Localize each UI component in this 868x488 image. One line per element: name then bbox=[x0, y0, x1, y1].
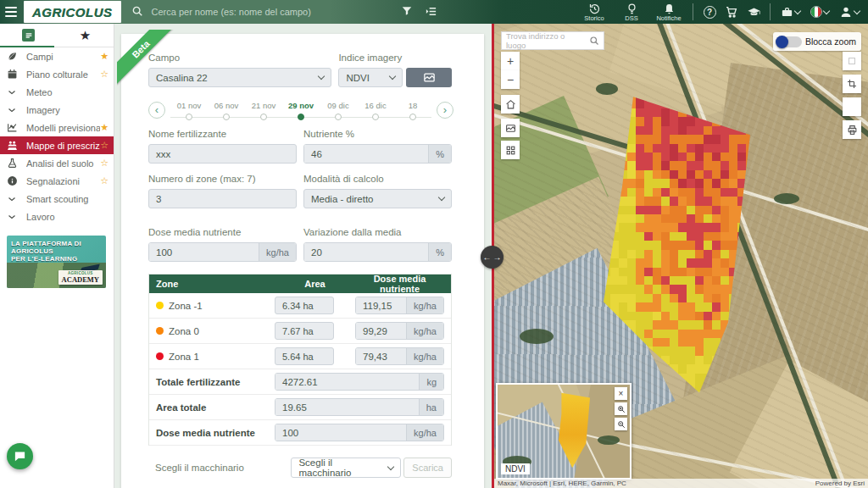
chevron-down-icon bbox=[7, 86, 19, 98]
cart-button[interactable] bbox=[721, 5, 743, 19]
timeline-date-21-nov[interactable]: 21 nov bbox=[245, 101, 282, 120]
tab-fields[interactable] bbox=[0, 29, 57, 42]
timeline-dot[interactable] bbox=[260, 114, 267, 120]
star-filled-icon[interactable]: ★ bbox=[100, 122, 108, 133]
star-outline-icon[interactable]: ☆ bbox=[100, 69, 108, 80]
zone-area-input[interactable]: 7.67 ha bbox=[275, 322, 334, 340]
timeline-dot[interactable] bbox=[298, 114, 304, 120]
question-icon: ? bbox=[704, 6, 716, 19]
academy-banner[interactable]: LA PIATTAFORMA DI AGRICOLUSPER L'E-LEARN… bbox=[7, 236, 106, 288]
print-button[interactable] bbox=[843, 120, 861, 139]
star-outline-icon[interactable]: ☆ bbox=[100, 158, 108, 169]
layers-panel-icon[interactable] bbox=[425, 5, 438, 19]
zone-area-input[interactable]: 6.34 ha bbox=[275, 297, 334, 314]
timeline-dot[interactable] bbox=[409, 114, 416, 120]
zone-area-input[interactable]: 5.64 ha bbox=[275, 347, 334, 365]
download-button[interactable]: Scarica bbox=[403, 458, 452, 478]
zone-dose-input[interactable]: 119,15 bbox=[356, 297, 406, 313]
map-view[interactable]: Trova indirizzo o luogo + − Blocca zoom … bbox=[494, 24, 868, 488]
machine-select[interactable]: Scegli il macchinario bbox=[291, 458, 401, 478]
chat-button[interactable] bbox=[7, 443, 33, 469]
sidebar-item-lavoro[interactable]: Lavoro bbox=[0, 208, 114, 225]
help-button[interactable]: ? bbox=[698, 6, 721, 19]
campo-select[interactable]: Casalina 22 bbox=[148, 68, 331, 87]
sidebar-item-smart-scouting[interactable]: Smart scouting bbox=[0, 190, 114, 208]
sidebar-item-campi[interactable]: Campi★ bbox=[0, 47, 114, 65]
nutrient-input[interactable]: 46 bbox=[304, 145, 428, 163]
panel-resize-handle[interactable]: ← → bbox=[481, 246, 504, 269]
sidebar-item-label: Campi bbox=[26, 52, 100, 62]
timeline-date-01-nov[interactable]: 01 nov bbox=[170, 101, 208, 120]
calc-mode-select[interactable]: Media - diretto bbox=[303, 189, 452, 208]
zones-count-input[interactable]: 3 bbox=[148, 189, 297, 208]
sidebar-item-segnalazioni[interactable]: Segnalazioni☆ bbox=[0, 172, 114, 190]
app-logo[interactable]: AGRICOLUS bbox=[24, 1, 121, 23]
crop-tool-button[interactable] bbox=[843, 75, 861, 93]
variazione-input[interactable]: 20 bbox=[304, 243, 428, 261]
indice-select[interactable]: NDVI bbox=[338, 68, 403, 87]
map-search-placeholder: Trova indirizzo o luogo bbox=[506, 31, 586, 50]
timeline-dot[interactable] bbox=[223, 114, 230, 120]
timeline-date-06-nov[interactable]: 06 nov bbox=[208, 101, 245, 120]
basemap-button[interactable] bbox=[501, 119, 520, 137]
lock-zoom-toggle[interactable]: Blocca zoom bbox=[773, 32, 861, 51]
notifications-button[interactable]: Notifiche bbox=[650, 3, 687, 22]
timeline-date-16-dic[interactable]: 16 dic bbox=[357, 101, 394, 120]
dss-button[interactable]: DSS bbox=[613, 3, 650, 22]
star-outline-icon[interactable]: ☆ bbox=[100, 140, 108, 151]
workspace-menu[interactable] bbox=[781, 6, 800, 19]
bulb-icon bbox=[626, 3, 638, 15]
home-extent-button[interactable] bbox=[501, 95, 520, 114]
star-outline-icon[interactable]: ☆ bbox=[100, 175, 108, 186]
language-menu[interactable] bbox=[810, 6, 829, 18]
zone-dose-input[interactable]: 79,43 bbox=[356, 348, 406, 364]
chevron-down-icon bbox=[438, 194, 445, 201]
timeline-dot[interactable] bbox=[335, 114, 342, 120]
star-filled-icon[interactable]: ★ bbox=[100, 51, 108, 62]
sidebar-item-analisi-del-suolo[interactable]: Analisi del suolo☆ bbox=[0, 154, 114, 172]
map-attribution: Maxar, Microsoft | Esri, HERE, Garmin, P… bbox=[494, 479, 868, 488]
dose-media-input[interactable]: 100 bbox=[149, 243, 259, 261]
imagery-compare-button[interactable] bbox=[406, 68, 452, 87]
timeline-dot[interactable] bbox=[372, 114, 379, 120]
extent-tool-button[interactable] bbox=[843, 52, 861, 70]
academy-button[interactable] bbox=[743, 5, 765, 19]
minimap-close-button[interactable]: × bbox=[615, 387, 627, 400]
zoom-out-button[interactable]: − bbox=[501, 70, 520, 89]
chevron-down-icon bbox=[318, 73, 325, 80]
grid-view-button[interactable] bbox=[501, 141, 520, 159]
map-search-box[interactable]: Trova indirizzo o luogo bbox=[501, 31, 604, 50]
global-search[interactable]: Cerca per nome (es: nome del campo) bbox=[131, 5, 343, 19]
total-value-input[interactable]: 100 bbox=[275, 424, 406, 441]
zone-dose-unit: kg/ha bbox=[406, 348, 443, 364]
minimap[interactable]: × NDVI bbox=[496, 383, 632, 480]
minimap-zoom-out-button[interactable] bbox=[615, 418, 627, 430]
timeline-date-18[interactable]: 18 bbox=[394, 101, 431, 120]
timeline-date-29-nov[interactable]: 29 nov bbox=[282, 101, 320, 120]
timeline-date-09-dic[interactable]: 09 dic bbox=[320, 101, 357, 120]
sidebar-item-piano-colturale[interactable]: Piano colturale☆ bbox=[0, 65, 114, 83]
sidebar-item-modelli-previsionali[interactable]: Modelli previsionali★ bbox=[0, 119, 114, 136]
user-menu[interactable] bbox=[839, 5, 860, 19]
total-value-input[interactable]: 4272.61 bbox=[275, 374, 419, 390]
total-value-input[interactable]: 19.65 bbox=[275, 399, 419, 415]
menu-icon[interactable] bbox=[0, 0, 22, 24]
sidebar-item-label: Lavoro bbox=[26, 212, 108, 222]
tab-favorites[interactable]: ★ bbox=[57, 29, 114, 42]
sidebar-item-imagery[interactable]: Imagery bbox=[0, 101, 114, 119]
sidebar-item-mappe-di-prescrizione[interactable]: Mappe di prescrizione☆ bbox=[0, 136, 114, 154]
timeline-dot[interactable] bbox=[186, 114, 192, 120]
zone-dose-input[interactable]: 99,29 bbox=[356, 323, 406, 339]
timeline-prev-button[interactable]: ‹ bbox=[148, 102, 165, 119]
variazione-group: 20 % bbox=[303, 242, 452, 262]
variazione-unit: % bbox=[428, 243, 451, 261]
filter-icon[interactable] bbox=[401, 5, 415, 19]
minimap-zoom-in-button[interactable] bbox=[615, 402, 627, 415]
swipe-compare-button[interactable] bbox=[843, 97, 861, 116]
fertilizer-input[interactable]: xxx bbox=[148, 144, 297, 164]
sidebar-item-meteo[interactable]: Meteo bbox=[0, 83, 114, 101]
chart-icon bbox=[7, 122, 19, 134]
history-button[interactable]: Storico bbox=[576, 3, 613, 22]
timeline-next-button[interactable]: › bbox=[437, 102, 453, 119]
zoom-in-button[interactable]: + bbox=[501, 52, 520, 70]
